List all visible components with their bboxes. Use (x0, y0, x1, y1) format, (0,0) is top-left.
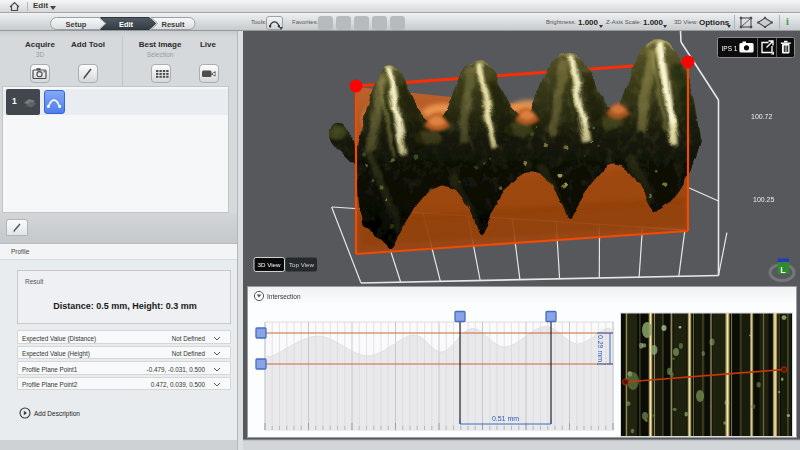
svg-text:100.72: 100.72 (751, 113, 773, 120)
svg-text:Top View: Top View (289, 261, 315, 268)
svg-text:3D View: 3D View (258, 261, 281, 268)
svg-text:Edit: Edit (119, 20, 134, 29)
svg-text:0.29 mm: 0.29 mm (597, 335, 604, 362)
svg-text:L: L (780, 265, 786, 275)
svg-text:100.25: 100.25 (753, 196, 775, 203)
svg-text:Result: Result (162, 20, 185, 29)
svg-text:Setup: Setup (66, 20, 87, 29)
svg-text:IPS 1: IPS 1 (722, 45, 738, 52)
svg-text:0.51 mm: 0.51 mm (492, 415, 519, 422)
svg-text:Intersection: Intersection (267, 293, 301, 300)
